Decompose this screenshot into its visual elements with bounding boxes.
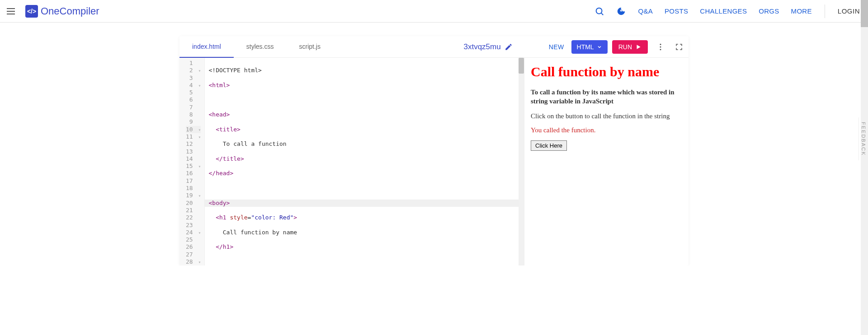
snippet-id: 3xtvqz5mu bbox=[463, 42, 500, 51]
language-selector[interactable]: HTML bbox=[571, 40, 608, 54]
svg-marker-5 bbox=[637, 45, 641, 49]
output-result-text: You called the function. bbox=[531, 126, 682, 134]
svg-point-6 bbox=[660, 43, 661, 45]
theme-icon[interactable] bbox=[616, 6, 626, 16]
editor-scroll-thumb[interactable] bbox=[519, 58, 524, 74]
top-actions: Q&A POSTS CHALLENGES ORGS MORE LOGIN bbox=[594, 5, 863, 18]
editor-body: 1 2 ▾3 4 ▾5 6 7 8 9 10 ▾11 ▾12 13 14 15 … bbox=[179, 58, 689, 265]
chevron-down-icon bbox=[597, 44, 602, 50]
edit-name-icon[interactable] bbox=[505, 43, 513, 51]
run-label: RUN bbox=[618, 43, 632, 51]
nav-orgs[interactable]: ORGS bbox=[759, 7, 779, 15]
more-menu-icon[interactable] bbox=[656, 42, 665, 51]
output-paragraph: Click on the button to call the function… bbox=[531, 112, 682, 120]
play-icon bbox=[635, 44, 642, 50]
divider bbox=[825, 5, 825, 18]
nav-qa[interactable]: Q&A bbox=[638, 7, 653, 15]
editor-header: index.html styles.css script.js 3xtvqz5m… bbox=[179, 36, 689, 58]
output-bold-text: To call a function by its name which was… bbox=[531, 88, 682, 106]
feedback-tab[interactable]: FEEDBACK bbox=[859, 117, 868, 160]
logo[interactable]: </> OneCompiler bbox=[25, 5, 99, 18]
svg-line-4 bbox=[602, 13, 604, 15]
logo-text: OneCompiler bbox=[41, 5, 99, 17]
editor-scrollbar[interactable] bbox=[519, 58, 524, 265]
svg-point-8 bbox=[660, 49, 661, 50]
new-button[interactable]: NEW bbox=[549, 43, 564, 51]
nav-posts[interactable]: POSTS bbox=[665, 7, 688, 15]
line-gutter: 1 2 ▾3 4 ▾5 6 7 8 9 10 ▾11 ▾12 13 14 15 … bbox=[179, 58, 205, 265]
run-button[interactable]: RUN bbox=[612, 40, 648, 54]
nav-more[interactable]: MORE bbox=[791, 7, 812, 15]
output-pane: Call function by name To call a function… bbox=[524, 58, 689, 265]
output-click-button[interactable]: Click Here bbox=[531, 140, 567, 151]
top-bar: </> OneCompiler Q&A POSTS CHALLENGES ORG… bbox=[0, 0, 868, 23]
output-heading: Call function by name bbox=[531, 64, 682, 79]
svg-point-7 bbox=[660, 46, 661, 47]
file-tabs: index.html styles.css script.js bbox=[179, 36, 333, 58]
nav-challenges[interactable]: CHALLENGES bbox=[700, 7, 747, 15]
tab-index-html[interactable]: index.html bbox=[179, 36, 234, 58]
login-link[interactable]: LOGIN bbox=[838, 7, 860, 15]
editor-card: index.html styles.css script.js 3xtvqz5m… bbox=[179, 36, 689, 265]
hamburger-icon[interactable] bbox=[5, 6, 16, 17]
logo-icon: </> bbox=[25, 5, 38, 18]
language-label: HTML bbox=[577, 43, 594, 51]
tab-script-js[interactable]: script.js bbox=[287, 36, 333, 58]
page-scroll-thumb[interactable] bbox=[861, 0, 868, 27]
tab-styles-css[interactable]: styles.css bbox=[234, 36, 287, 58]
fullscreen-icon[interactable] bbox=[675, 43, 683, 51]
workspace: index.html styles.css script.js 3xtvqz5m… bbox=[0, 23, 868, 265]
code-editor[interactable]: 1 2 ▾3 4 ▾5 6 7 8 9 10 ▾11 ▾12 13 14 15 … bbox=[179, 58, 524, 265]
search-icon[interactable] bbox=[594, 6, 604, 16]
svg-point-3 bbox=[596, 8, 602, 14]
code-content[interactable]: <!DOCTYPE html> <html> <head> <title> To… bbox=[205, 58, 524, 265]
